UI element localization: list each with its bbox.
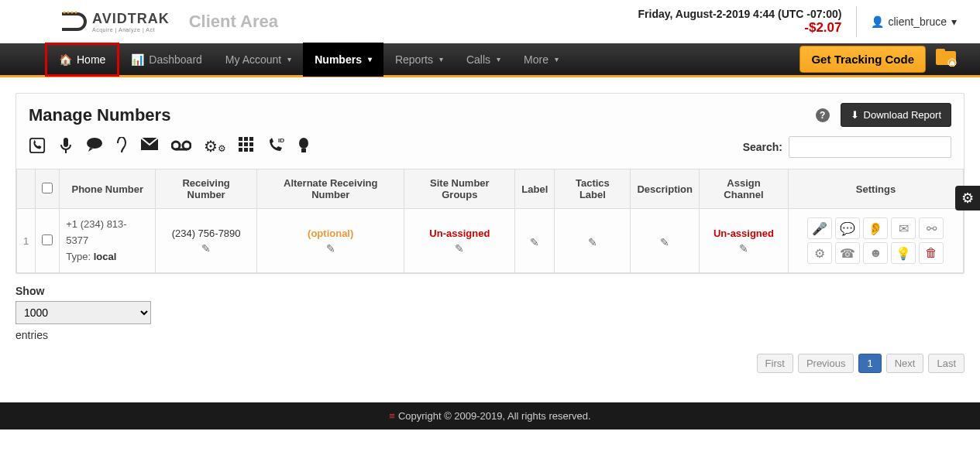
page-last-button[interactable]: Last [928,354,965,373]
svg-point-1 [67,12,70,14]
divider [856,6,857,37]
caret-down-icon: ▾ [555,55,559,63]
ear-icon[interactable] [115,137,128,158]
page-first-button[interactable]: First [757,354,793,373]
page-previous-button[interactable]: Previous [798,354,854,373]
settings-fab-icon[interactable]: ⚙ [955,186,980,210]
download-report-button[interactable]: ⬇ Download Report [841,103,951,127]
download-label: Download Report [864,109,941,121]
phone-forward-icon[interactable] [29,137,46,158]
user-icon: 👤 [871,15,884,28]
col-site-groups[interactable]: Site Number Groups [404,169,515,209]
username: client_bruce [889,15,947,28]
cell-settings: 🎤 💬 👂 ✉ ⚯ ⚙ ☎ ☻ 💡 🗑 [788,209,963,273]
edit-icon[interactable]: ✎ [263,242,397,255]
folder-home-icon[interactable] [935,48,957,71]
nav-numbers[interactable]: Numbers▾ [303,43,383,77]
col-index [17,169,36,209]
mail-setting-icon[interactable]: ✉ [891,217,916,239]
svg-text:ID: ID [278,137,284,144]
chat-setting-icon[interactable]: 💬 [835,217,860,239]
search-label: Search: [743,141,782,153]
col-description[interactable]: Description [631,169,700,209]
edit-icon[interactable]: ✎ [162,242,250,255]
help-icon[interactable]: ? [816,108,830,122]
col-label[interactable]: Label [515,169,555,209]
show-select[interactable]: 1000 [15,301,151,324]
get-tracking-code-button[interactable]: Get Tracking Code [799,46,926,73]
user-menu[interactable]: 👤 client_bruce ▾ [871,15,958,28]
svg-rect-22 [244,148,248,152]
bulb-setting-icon[interactable]: 💡 [891,242,916,264]
nav-home[interactable]: 🏠 Home [45,43,119,77]
search-input[interactable] [789,136,951,158]
col-channel[interactable]: Assign Channel [700,169,789,209]
chat-icon[interactable] [86,137,103,158]
nav-dashboard[interactable]: 📊 Dashboard [119,43,214,77]
receiving-number: (234) 756-7890 [172,228,241,239]
cell-tactics: ✎ [555,209,631,273]
edit-icon[interactable]: ✎ [637,236,693,248]
svg-rect-23 [249,148,253,152]
edit-icon[interactable]: ✎ [411,242,508,255]
microphone-icon[interactable] [58,137,74,158]
caret-down-icon: ▾ [368,55,372,63]
footer-text: Copyright © 2009-2019, All rights reserv… [398,410,591,422]
svg-rect-15 [239,137,242,141]
page-title: Manage Numbers [29,105,170,125]
datetime-block: Friday, August-2-2019 4:44 (UTC -07:00) … [638,8,842,36]
nav-calls[interactable]: Calls▾ [455,43,512,77]
col-select-all [36,169,60,209]
mail-icon[interactable] [140,137,159,158]
svg-point-2 [71,12,74,14]
svg-rect-8 [64,138,68,147]
row-checkbox[interactable] [42,234,53,245]
caret-down-icon: ▾ [439,55,443,63]
page-next-button[interactable]: Next [886,354,924,373]
edit-icon[interactable]: ✎ [706,242,782,255]
col-phone[interactable]: Phone Number [60,169,156,209]
entries-label: entries [15,329,965,341]
nav-my-account[interactable]: My Account▾ [214,43,303,77]
dashboard-icon: 📊 [131,53,144,66]
caret-down-icon: ▾ [287,55,291,63]
nav-dashboard-label: Dashboard [149,53,202,66]
robot-setting-icon[interactable]: ☻ [863,242,888,264]
ear-setting-icon[interactable]: 👂 [863,217,888,239]
nav-numbers-label: Numbers [315,53,362,66]
cell-label: ✎ [515,209,555,273]
voicemail-setting-icon[interactable]: ⚯ [919,217,944,239]
page-number-button[interactable]: 1 [858,354,881,373]
cell-description: ✎ [631,209,700,273]
trash-setting-icon[interactable]: 🗑 [919,242,944,264]
callerid-setting-icon[interactable]: ☎ [835,242,860,264]
caret-down-icon: ▾ [497,55,500,63]
col-tactics[interactable]: Tactics Label [555,169,631,209]
edit-icon[interactable]: ✎ [521,236,548,248]
edit-icon[interactable]: ✎ [561,236,624,248]
nav-reports[interactable]: Reports▾ [383,43,455,77]
footer: ≡Copyright © 2009-2019, All rights reser… [0,402,980,429]
nav-more[interactable]: More▾ [512,43,570,77]
row-index: 1 [17,209,36,273]
gears-setting-icon[interactable]: ⚙ [807,242,832,264]
download-icon: ⬇ [851,109,859,121]
caller-id-icon[interactable]: ID [266,137,285,158]
col-receiving[interactable]: Receiving Number [156,169,257,209]
gears-icon[interactable]: ⚙⚙ [204,137,226,158]
nav: 🏠 Home 📊 Dashboard My Account▾ Numbers▾ … [0,43,980,77]
select-all-checkbox[interactable] [42,183,53,193]
pagination: First Previous 1 Next Last [15,344,965,387]
mic-setting-icon[interactable]: 🎤 [807,217,832,239]
svg-rect-26 [301,149,306,152]
col-settings: Settings [788,169,963,209]
table-row: 1 +1 (234) 813-5377 Type: local (234) 75… [17,209,964,273]
svg-rect-19 [244,142,248,146]
logo[interactable]: AVIDTRAK Acquire | Analyze | Act [58,10,170,33]
col-alt-receiving[interactable]: Alternate Receiving Number [257,169,404,209]
home-icon: 🏠 [59,53,72,66]
voicemail-icon[interactable] [171,137,191,158]
bulb-icon[interactable] [297,137,310,158]
grid-icon[interactable] [239,137,254,158]
svg-rect-17 [249,137,253,141]
